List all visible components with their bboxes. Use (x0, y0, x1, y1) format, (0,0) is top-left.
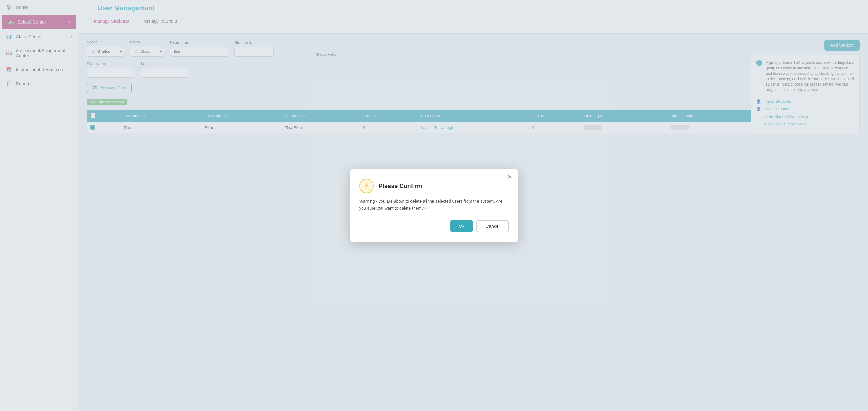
warning-icon-container: ⚠ (359, 179, 374, 193)
modal-body: Warning - you are about to delete all th… (359, 198, 509, 212)
modal-footer: Ok Cancel (359, 220, 509, 232)
confirm-modal: ✕ ⚠ Please Confirm Warning - you are abo… (350, 169, 518, 242)
modal-title: Please Confirm (378, 183, 423, 190)
modal-close-button[interactable]: ✕ (507, 174, 513, 180)
warning-icon: ⚠ (363, 182, 370, 190)
modal-ok-button[interactable]: Ok (450, 220, 473, 232)
modal-header: ⚠ Please Confirm (359, 179, 509, 193)
modal-cancel-button[interactable]: Cancel (476, 220, 509, 232)
modal-overlay: ✕ ⚠ Please Confirm Warning - you are abo… (0, 0, 868, 411)
